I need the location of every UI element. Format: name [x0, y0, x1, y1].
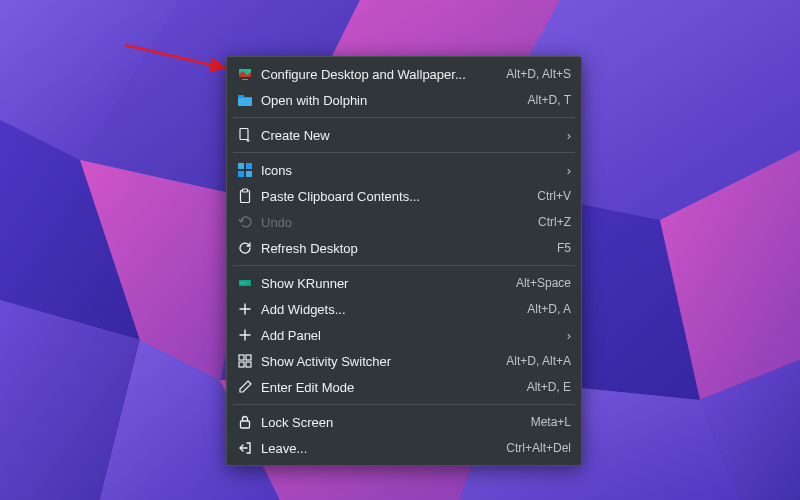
undo-icon — [237, 214, 253, 230]
menu-item-icons[interactable]: Icons› — [227, 157, 581, 183]
clipboard-icon — [237, 188, 253, 204]
menu-separator — [233, 152, 575, 153]
menu-item-add-widgets[interactable]: Add Widgets...Alt+D, A — [227, 296, 581, 322]
svg-rect-29 — [240, 282, 246, 284]
menu-item-label: Configure Desktop and Wallpaper... — [261, 67, 494, 82]
leave-icon — [237, 440, 253, 456]
menu-item-lock[interactable]: Lock ScreenMeta+L — [227, 409, 581, 435]
menu-item-leave[interactable]: Leave...Ctrl+Alt+Del — [227, 435, 581, 461]
svg-rect-26 — [243, 189, 248, 192]
menu-separator — [233, 404, 575, 405]
menu-item-create-new[interactable]: Create New› — [227, 122, 581, 148]
menu-item-label: Add Widgets... — [261, 302, 515, 317]
edit-icon — [237, 379, 253, 395]
menu-item-shortcut: Ctrl+Alt+Del — [506, 441, 571, 455]
menu-item-paste[interactable]: Paste Clipboard Contents...Ctrl+V — [227, 183, 581, 209]
svg-rect-22 — [246, 163, 252, 169]
svg-rect-32 — [239, 362, 244, 367]
menu-item-open-dolphin[interactable]: Open with DolphinAlt+D, T — [227, 87, 581, 113]
chevron-right-icon: › — [561, 128, 571, 143]
svg-rect-20 — [240, 129, 248, 140]
svg-rect-23 — [238, 171, 244, 177]
desktop-context-menu: Configure Desktop and Wallpaper...Alt+D,… — [226, 56, 582, 466]
menu-separator — [233, 117, 575, 118]
svg-rect-34 — [241, 421, 250, 428]
plus-icon — [237, 327, 253, 343]
menu-item-krunner[interactable]: Show KRunnerAlt+Space — [227, 270, 581, 296]
menu-separator — [233, 265, 575, 266]
krunner-icon — [237, 275, 253, 291]
menu-item-label: Open with Dolphin — [261, 93, 516, 108]
menu-item-label: Undo — [261, 215, 526, 230]
document-new-icon — [237, 127, 253, 143]
menu-item-undo: UndoCtrl+Z — [227, 209, 581, 235]
refresh-icon — [237, 240, 253, 256]
menu-item-shortcut: Alt+D, A — [527, 302, 571, 316]
menu-item-label: Show Activity Switcher — [261, 354, 494, 369]
menu-item-label: Lock Screen — [261, 415, 519, 430]
monitor-wallpaper-icon — [237, 66, 253, 82]
menu-item-refresh[interactable]: Refresh DesktopF5 — [227, 235, 581, 261]
plus-icon — [237, 301, 253, 317]
menu-item-label: Create New — [261, 128, 553, 143]
svg-rect-19 — [242, 79, 248, 80]
menu-item-label: Icons — [261, 163, 553, 178]
menu-item-shortcut: Alt+D, T — [528, 93, 571, 107]
menu-item-shortcut: F5 — [557, 241, 571, 255]
svg-rect-24 — [246, 171, 252, 177]
menu-item-shortcut: Alt+D, Alt+S — [506, 67, 571, 81]
menu-item-shortcut: Ctrl+Z — [538, 215, 571, 229]
menu-item-label: Leave... — [261, 441, 494, 456]
icons-icon — [237, 162, 253, 178]
menu-item-label: Paste Clipboard Contents... — [261, 189, 525, 204]
svg-rect-33 — [246, 362, 251, 367]
menu-item-shortcut: Alt+Space — [516, 276, 571, 290]
menu-item-label: Show KRunner — [261, 276, 504, 291]
menu-item-configure-desktop[interactable]: Configure Desktop and Wallpaper...Alt+D,… — [227, 61, 581, 87]
activities-icon — [237, 353, 253, 369]
menu-item-label: Refresh Desktop — [261, 241, 545, 256]
chevron-right-icon: › — [561, 163, 571, 178]
menu-item-shortcut: Alt+D, Alt+A — [506, 354, 571, 368]
menu-item-label: Enter Edit Mode — [261, 380, 515, 395]
chevron-right-icon: › — [561, 328, 571, 343]
menu-item-shortcut: Alt+D, E — [527, 380, 571, 394]
menu-item-add-panel[interactable]: Add Panel› — [227, 322, 581, 348]
svg-rect-30 — [239, 355, 244, 360]
menu-item-label: Add Panel — [261, 328, 553, 343]
lock-icon — [237, 414, 253, 430]
menu-item-edit-mode[interactable]: Enter Edit ModeAlt+D, E — [227, 374, 581, 400]
menu-item-shortcut: Ctrl+V — [537, 189, 571, 203]
menu-item-shortcut: Meta+L — [531, 415, 571, 429]
folder-icon — [237, 92, 253, 108]
menu-item-activity-switcher[interactable]: Show Activity SwitcherAlt+D, Alt+A — [227, 348, 581, 374]
svg-rect-21 — [238, 163, 244, 169]
svg-rect-31 — [246, 355, 251, 360]
